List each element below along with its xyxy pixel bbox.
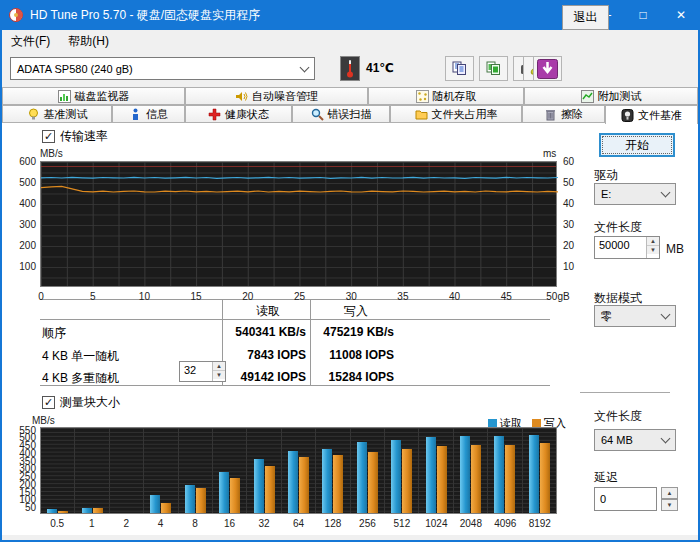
drive-dropdown[interactable]: E: bbox=[594, 183, 676, 205]
menu-help[interactable]: 帮助(H) bbox=[59, 30, 118, 53]
tab-row-main: 基准测试 信息 健康状态 错误扫描 文件夹占用率 bbox=[2, 105, 698, 123]
write-bar bbox=[265, 466, 275, 513]
bar-group-1 bbox=[75, 428, 109, 513]
bar-group-512 bbox=[385, 428, 419, 513]
monitor-chart-icon bbox=[58, 90, 71, 103]
data-mode-dropdown[interactable]: 零 bbox=[594, 305, 676, 327]
tab-error-scan[interactable]: 错误扫描 bbox=[292, 105, 390, 123]
drive-value: E: bbox=[601, 188, 611, 200]
tab-auto-noise[interactable]: 自动噪音管理 bbox=[185, 87, 368, 105]
trash-icon bbox=[544, 108, 557, 121]
file-length-label: 文件长度 bbox=[594, 219, 642, 236]
thermometer-icon bbox=[340, 56, 360, 81]
tab-random-access[interactable]: 随机存取 bbox=[368, 87, 524, 105]
magnifier-icon bbox=[311, 108, 324, 121]
delay-input[interactable]: 0 bbox=[594, 487, 657, 511]
read-bar bbox=[47, 509, 57, 513]
tab-label: 附加测试 bbox=[598, 89, 642, 104]
block-file-length-dropdown[interactable]: 64 MB bbox=[594, 429, 676, 451]
bar-group-16 bbox=[213, 428, 247, 513]
drive-selector-value: ADATA SP580 (240 gB) bbox=[17, 63, 133, 75]
write-bar bbox=[437, 446, 447, 513]
spinner-down-icon[interactable]: ▼ bbox=[661, 499, 678, 511]
tab-label: 信息 bbox=[146, 107, 168, 122]
checkbox-checked-icon: ✓ bbox=[42, 396, 55, 409]
copy-text-icon[interactable] bbox=[445, 56, 474, 81]
tab-label: 健康状态 bbox=[225, 107, 269, 122]
temperature-value: 41℃ bbox=[366, 61, 394, 75]
spinner-up-icon[interactable]: ▲ bbox=[647, 237, 659, 246]
multi-write-value: 15284 IOPS bbox=[302, 370, 394, 384]
menu-bar: 文件(F) 帮助(H) bbox=[2, 30, 698, 53]
lightbulb-icon bbox=[27, 108, 40, 121]
spinner-up-icon[interactable]: ▲ bbox=[661, 487, 678, 499]
chevron-down-icon bbox=[661, 434, 671, 444]
bar-group-32 bbox=[247, 428, 281, 513]
window-title: HD Tune Pro 5.70 - 硬盘/固态硬盘实用程序 bbox=[30, 7, 586, 24]
tab-label: 文件夹占用率 bbox=[432, 107, 498, 122]
write-bar bbox=[230, 478, 240, 513]
row-label-4k-single: 4 KB 单一随机 bbox=[42, 348, 119, 365]
close-button[interactable]: ✕ bbox=[662, 0, 700, 30]
tab-label: 错误扫描 bbox=[328, 107, 372, 122]
delay-spinner[interactable]: ▲ ▼ bbox=[661, 487, 678, 511]
bar-group-64 bbox=[282, 428, 316, 513]
spinner-down-icon[interactable]: ▼ bbox=[647, 246, 659, 254]
write-bar bbox=[196, 488, 206, 513]
file-length-value: 50000 bbox=[595, 237, 646, 258]
bar-group-2048 bbox=[454, 428, 488, 513]
bar-group-1024 bbox=[419, 428, 453, 513]
tab-benchmark[interactable]: 基准测试 bbox=[2, 105, 112, 123]
read-bar bbox=[426, 437, 436, 513]
bar-group-0.5 bbox=[41, 428, 75, 513]
file-benchmark-icon bbox=[621, 109, 634, 122]
copy-image-icon[interactable] bbox=[479, 56, 508, 81]
read-bar bbox=[322, 449, 332, 513]
tab-disk-monitor[interactable]: 磁盘监视器 bbox=[2, 87, 185, 105]
read-bar bbox=[185, 485, 195, 513]
maximize-button[interactable]: □ bbox=[624, 0, 662, 30]
block-file-length-value: 64 MB bbox=[601, 434, 633, 446]
row-label-sequential: 顺序 bbox=[42, 325, 66, 342]
tab-health[interactable]: 健康状态 bbox=[185, 105, 292, 123]
file-length-spinner[interactable]: 50000 ▲ ▼ bbox=[594, 236, 660, 259]
bar-group-4 bbox=[144, 428, 178, 513]
delay-value: 0 bbox=[600, 493, 606, 505]
line-chart-ylabel: MB/s bbox=[40, 148, 63, 159]
bar-group-256 bbox=[351, 428, 385, 513]
read-bar bbox=[391, 440, 401, 513]
random-access-icon bbox=[416, 90, 429, 103]
read-bar bbox=[529, 435, 539, 513]
save-icon[interactable] bbox=[533, 56, 562, 81]
transfer-rate-checkbox[interactable]: ✓ 传输速率 bbox=[42, 128, 108, 145]
write-bar bbox=[505, 445, 515, 513]
health-cross-icon bbox=[208, 108, 221, 121]
write-bar bbox=[540, 443, 550, 513]
read-bar bbox=[357, 442, 367, 513]
exit-button[interactable]: 退出 bbox=[562, 5, 609, 30]
drive-label: 驱动 bbox=[594, 167, 618, 184]
tab-label: 擦除 bbox=[561, 107, 583, 122]
tab-file-benchmark[interactable]: 文件基准 bbox=[605, 105, 698, 124]
line-chart-y2label: ms bbox=[543, 148, 556, 159]
read-bar bbox=[150, 495, 160, 513]
tab-erase[interactable]: 擦除 bbox=[522, 105, 605, 123]
tab-folder-usage[interactable]: 文件夹占用率 bbox=[390, 105, 522, 123]
menu-file[interactable]: 文件(F) bbox=[2, 30, 59, 53]
block-file-length-label: 文件长度 bbox=[594, 408, 642, 425]
block-size-checkbox[interactable]: ✓ 测量块大小 bbox=[42, 394, 120, 411]
tab-extra-tests[interactable]: 附加测试 bbox=[524, 87, 698, 105]
tab-info[interactable]: 信息 bbox=[112, 105, 185, 123]
queue-depth-value: 32 bbox=[180, 362, 212, 381]
multi-read-value: 49142 IOPS bbox=[212, 370, 306, 384]
series-line-写入 bbox=[41, 186, 558, 192]
extra-tests-icon bbox=[581, 90, 594, 103]
col-header-read: 读取 bbox=[230, 303, 306, 320]
single-read-value: 7843 IOPS bbox=[212, 348, 306, 362]
speaker-icon bbox=[235, 90, 248, 103]
drive-selector-dropdown[interactable]: ADATA SP580 (240 gB) bbox=[10, 57, 315, 80]
tab-row-top: 磁盘监视器 自动噪音管理 随机存取 附加测试 bbox=[2, 87, 698, 105]
tab-label: 文件基准 bbox=[638, 108, 682, 123]
start-button[interactable]: 开始 bbox=[599, 133, 675, 157]
app-window: HD Tune Pro 5.70 - 硬盘/固态硬盘实用程序 — □ ✕ 文件(… bbox=[0, 0, 700, 542]
